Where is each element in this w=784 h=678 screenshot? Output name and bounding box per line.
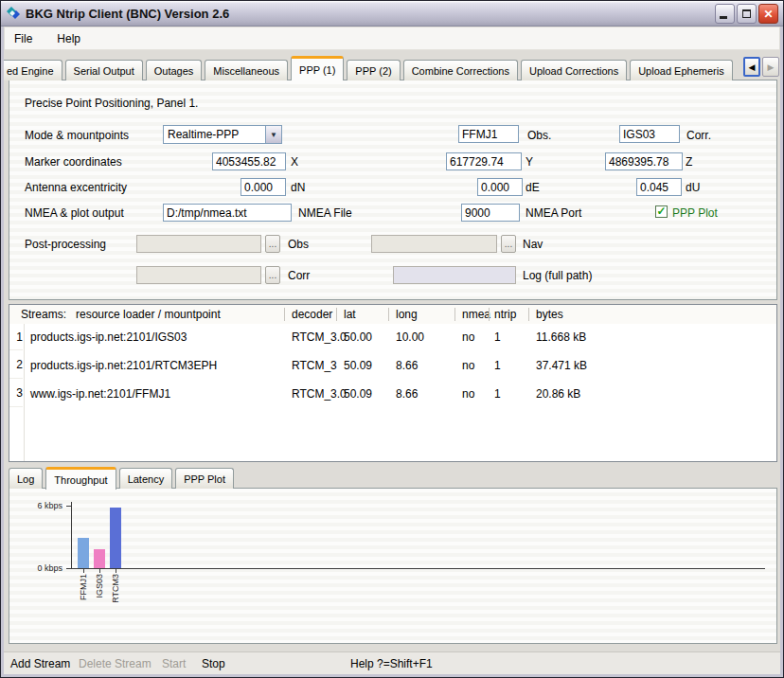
tab-scroll-right-button: ▶ bbox=[762, 57, 779, 77]
bottom-tabbar: Log Throughput Latency PPP Plot bbox=[9, 466, 777, 489]
browse-obs-button[interactable]: ... bbox=[265, 235, 280, 253]
tab-ppp-2[interactable]: PPP (2) bbox=[347, 60, 400, 80]
add-stream-button[interactable]: Add Stream bbox=[10, 657, 70, 670]
obs-label: Obs. bbox=[527, 128, 551, 143]
minimize-icon bbox=[720, 16, 727, 19]
post-log-label: Log (full path) bbox=[523, 268, 592, 283]
stream-nmea: no bbox=[462, 324, 474, 350]
de-input[interactable] bbox=[477, 178, 523, 196]
tab-ppp-1[interactable]: PPP (1) bbox=[291, 56, 344, 80]
browse-nav-button[interactable]: ... bbox=[501, 235, 516, 253]
antenna-label: Antenna excentricity bbox=[25, 180, 127, 195]
stream-decoder: RTCM_3 bbox=[292, 352, 337, 379]
stream-bytes: 37.471 kB bbox=[536, 352, 587, 379]
menu-file[interactable]: File bbox=[12, 30, 34, 47]
tab-miscellaneous[interactable]: Miscellaneous bbox=[205, 60, 288, 80]
browse-corr-button[interactable]: ... bbox=[265, 266, 280, 284]
stream-decoder: RTCM_3.0 bbox=[292, 324, 347, 350]
stream-decoder: RTCM_3.0 bbox=[292, 381, 347, 407]
col-streams: Streams: resource loader / mountpoint bbox=[21, 308, 221, 321]
du-input[interactable] bbox=[636, 178, 682, 196]
streams-table-header: Streams: resource loader / mountpoint de… bbox=[9, 305, 776, 324]
stop-button[interactable]: Stop bbox=[202, 657, 225, 670]
corr-label: Corr. bbox=[686, 128, 711, 143]
scroll-left-icon: ◀ bbox=[749, 62, 756, 72]
help-shortcut-label: Help ?=Shift+F1 bbox=[350, 657, 433, 670]
marker-x-input[interactable] bbox=[212, 152, 286, 170]
scroll-right-icon: ▶ bbox=[768, 62, 775, 72]
ppp-panel: Precise Point Positioning, Panel 1. Mode… bbox=[9, 80, 777, 300]
stream-long: 8.66 bbox=[396, 352, 418, 379]
corr-mountpoint-input[interactable] bbox=[619, 125, 680, 143]
delete-stream-button: Delete Stream bbox=[79, 657, 151, 670]
stream-lat: 50.09 bbox=[344, 381, 372, 407]
du-label: dU bbox=[686, 180, 700, 195]
tab-throughput[interactable]: Throughput bbox=[45, 467, 116, 490]
marker-label: Marker coordinates bbox=[25, 154, 122, 170]
post-nav-input bbox=[371, 235, 497, 253]
bar-label: FFMJ1 bbox=[79, 574, 88, 612]
tab-log[interactable]: Log bbox=[9, 468, 43, 489]
stream-bytes: 11.668 kB bbox=[536, 324, 586, 350]
maximize-button[interactable] bbox=[737, 4, 757, 24]
stream-row-2[interactable]: products.igs-ip.net:2101/RTCM3EPH RTCM_3… bbox=[25, 352, 776, 379]
tab-latency[interactable]: Latency bbox=[119, 468, 173, 489]
stream-source: www.igs-ip.net:2101/FFMJ1 bbox=[30, 381, 170, 407]
dn-label: dN bbox=[291, 180, 305, 195]
throughput-chart: 6 kbps 0 kbps FFMJ1IGS03RTCM3 bbox=[9, 488, 777, 644]
mode-combobox[interactable]: Realtime-PPP ▼ bbox=[163, 125, 282, 144]
stream-row-1[interactable]: products.igs-ip.net:2101/IGS03 RTCM_3.0 … bbox=[25, 324, 776, 350]
x-label: X bbox=[291, 154, 298, 170]
tab-upload-ephemeris[interactable]: Upload Ephemeris bbox=[630, 60, 733, 80]
bar-label: RTCM3 bbox=[111, 574, 120, 612]
dn-input[interactable] bbox=[241, 178, 286, 196]
nmea-label: NMEA & plot output bbox=[25, 205, 124, 221]
y-axis bbox=[71, 502, 72, 569]
checkmark-icon: ✓ bbox=[656, 205, 666, 217]
close-button[interactable]: ✕ bbox=[758, 4, 778, 24]
obs-mountpoint-input[interactable] bbox=[458, 125, 519, 143]
stream-long: 10.00 bbox=[396, 324, 424, 350]
stream-row-3[interactable]: www.igs-ip.net:2101/FFMJ1 RTCM_3.0 50.09… bbox=[25, 381, 776, 407]
throughput-bar bbox=[110, 508, 121, 568]
tab-combine-corrections[interactable]: Combine Corrections bbox=[403, 60, 518, 80]
stream-ntrip: 1 bbox=[494, 352, 501, 379]
stream-ntrip: 1 bbox=[494, 324, 501, 350]
stream-source: products.igs-ip.net:2101/RTCM3EPH bbox=[30, 352, 217, 379]
post-obs-input bbox=[136, 235, 261, 253]
tab-scroll-left-button[interactable]: ◀ bbox=[743, 57, 760, 77]
nmea-port-label: NMEA Port bbox=[526, 205, 581, 221]
statusbar: Add Stream Delete Stream Start Stop Help… bbox=[1, 651, 783, 676]
col-decoder: decoder bbox=[292, 308, 332, 321]
stream-long: 8.66 bbox=[396, 381, 418, 407]
minimize-button[interactable] bbox=[715, 4, 735, 24]
stream-ntrip: 1 bbox=[494, 381, 501, 407]
stream-lat: 50.00 bbox=[344, 324, 372, 350]
row-number: 3 bbox=[9, 379, 23, 407]
marker-y-input[interactable] bbox=[446, 152, 522, 170]
ytick-bottom: 0 kbps bbox=[19, 563, 62, 573]
post-log-input bbox=[393, 266, 516, 284]
throughput-bar bbox=[78, 538, 89, 568]
tab-upload-corrections[interactable]: Upload Corrections bbox=[521, 60, 627, 80]
menu-help[interactable]: Help bbox=[55, 30, 82, 47]
nmea-port-input[interactable] bbox=[461, 204, 520, 222]
tab-feed-engine[interactable]: ed Engine bbox=[4, 60, 62, 80]
app-icon bbox=[6, 6, 21, 21]
ytick-top: 6 kbps bbox=[19, 501, 62, 510]
titlebar[interactable]: BKG Ntrip Client (BNC) Version 2.6 ✕ bbox=[1, 1, 783, 27]
streams-table: Streams: resource loader / mountpoint de… bbox=[9, 304, 777, 462]
post-nav-label: Nav bbox=[523, 237, 543, 252]
marker-z-input[interactable] bbox=[605, 152, 683, 170]
bar-label: IGS03 bbox=[95, 574, 104, 612]
tab-ppp-plot[interactable]: PPP Plot bbox=[175, 468, 234, 489]
window-title: BKG Ntrip Client (BNC) Version 2.6 bbox=[26, 7, 229, 21]
tab-serial-output[interactable]: Serial Output bbox=[65, 60, 143, 80]
mode-combobox-value: Realtime-PPP bbox=[164, 126, 265, 143]
top-tabbar: ed Engine Serial Output Outages Miscella… bbox=[4, 55, 780, 80]
chevron-down-icon[interactable]: ▼ bbox=[265, 126, 281, 143]
tab-outages[interactable]: Outages bbox=[146, 60, 203, 80]
de-label: dE bbox=[526, 180, 540, 195]
ppp-plot-checkbox[interactable]: ✓ bbox=[655, 205, 668, 218]
nmea-file-input[interactable] bbox=[163, 204, 292, 222]
